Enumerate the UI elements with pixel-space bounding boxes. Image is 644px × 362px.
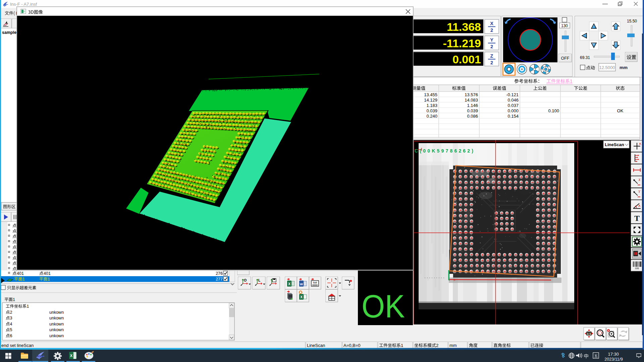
svg-text:2: 2 (436, 343, 438, 348)
svg-text:401: 401 (17, 271, 24, 276)
svg-text:end set lineScan: end set lineScan (1, 343, 34, 348)
svg-text:mm: mm (620, 65, 628, 70)
svg-text:OK: OK (617, 108, 624, 113)
svg-text:O: O (244, 278, 247, 282)
svg-text:0.001: 0.001 (452, 53, 481, 66)
svg-text:277: 277 (216, 277, 223, 282)
svg-text:1: 1 (22, 277, 25, 282)
svg-text:11.368: 11.368 (447, 20, 481, 33)
svg-text:17:30: 17:30 (608, 352, 619, 357)
svg-text:sample: sample (2, 30, 16, 35)
svg-text:X: X (638, 178, 641, 182)
svg-text:LineScan: LineScan (605, 142, 624, 147)
svg-text:-11.219: -11.219 (443, 37, 481, 50)
svg-text:T: T (634, 214, 640, 223)
svg-text:2: 2 (490, 44, 493, 49)
svg-text:0.000: 0.000 (507, 108, 519, 113)
svg-text:6: 6 (10, 334, 12, 338)
svg-text:0.039: 0.039 (426, 108, 437, 113)
svg-text:0.039: 0.039 (467, 108, 478, 113)
svg-text:W: W (300, 282, 303, 286)
svg-text:-0.121: -0.121 (506, 92, 519, 97)
svg-text:1.183: 1.183 (426, 103, 437, 108)
svg-text:3: 3 (10, 316, 12, 320)
svg-text:L: L (258, 278, 261, 282)
svg-text:X: X (288, 282, 290, 286)
svg-text:2023/11/9: 2023/11/9 (604, 357, 623, 362)
svg-text:130: 130 (561, 23, 568, 28)
svg-text:401: 401 (44, 271, 51, 276)
svg-text:15.50: 15.50 (627, 19, 637, 23)
svg-text:Z: Z (490, 53, 493, 59)
svg-text:1: 1 (570, 78, 573, 84)
svg-text:0.046: 0.046 (507, 98, 519, 103)
svg-text:A=0,B=0: A=0,B=0 (343, 343, 361, 348)
svg-text:1: 1 (48, 277, 50, 282)
svg-text:X: X (490, 21, 493, 26)
svg-text:0.100: 0.100 (548, 108, 559, 113)
svg-text:1: 1 (13, 297, 15, 302)
svg-text:0.154: 0.154 (507, 114, 519, 119)
svg-text:14.083: 14.083 (465, 98, 478, 103)
svg-text:OK: OK (362, 288, 405, 324)
svg-text:2: 2 (490, 60, 493, 65)
svg-text:1: 1 (27, 304, 29, 309)
svg-text:A: A (638, 204, 641, 207)
svg-text:A: A (639, 142, 641, 145)
svg-text:1: 1 (401, 343, 403, 348)
svg-text:0.037: 0.037 (507, 103, 519, 108)
svg-text:5: 5 (10, 327, 12, 332)
svg-text:X: X (300, 295, 303, 299)
svg-text:unkown: unkown (49, 334, 64, 338)
svg-text:13.576: 13.576 (465, 92, 478, 97)
svg-text:unkown: unkown (49, 322, 64, 326)
svg-text:unkown: unkown (49, 316, 64, 320)
svg-text:Ins-F - A7.insf: Ins-F - A7.insf (10, 2, 37, 7)
svg-text:276: 276 (216, 271, 223, 276)
svg-text:1:1: 1:1 (587, 332, 591, 336)
svg-text:12.5000: 12.5000 (599, 65, 615, 70)
svg-text:69.31: 69.31 (580, 55, 590, 60)
svg-text:TXT: TXT (313, 282, 317, 284)
svg-text:0.086: 0.086 (467, 114, 478, 119)
svg-text:2: 2 (10, 310, 12, 315)
svg-text:2: 2 (490, 27, 493, 33)
svg-text:mm: mm (449, 343, 457, 348)
svg-text:0.240: 0.240 (426, 114, 437, 119)
svg-text:14.129: 14.129 (424, 98, 437, 103)
svg-text:INS-E: INS-E (37, 355, 44, 358)
svg-text:1.146: 1.146 (467, 103, 478, 108)
svg-text:unkown: unkown (49, 327, 64, 332)
svg-text:LineScan: LineScan (307, 343, 325, 348)
svg-text:4: 4 (10, 322, 12, 326)
svg-text:unkown: unkown (49, 310, 64, 315)
svg-text:>: > (453, 278, 456, 282)
svg-text:Y: Y (490, 37, 493, 43)
svg-text:C(00K59786262): C(00K59786262) (415, 148, 475, 154)
svg-text:OFF: OFF (561, 56, 570, 61)
svg-text:X: X (70, 354, 73, 358)
svg-text:13.455: 13.455 (424, 92, 437, 97)
